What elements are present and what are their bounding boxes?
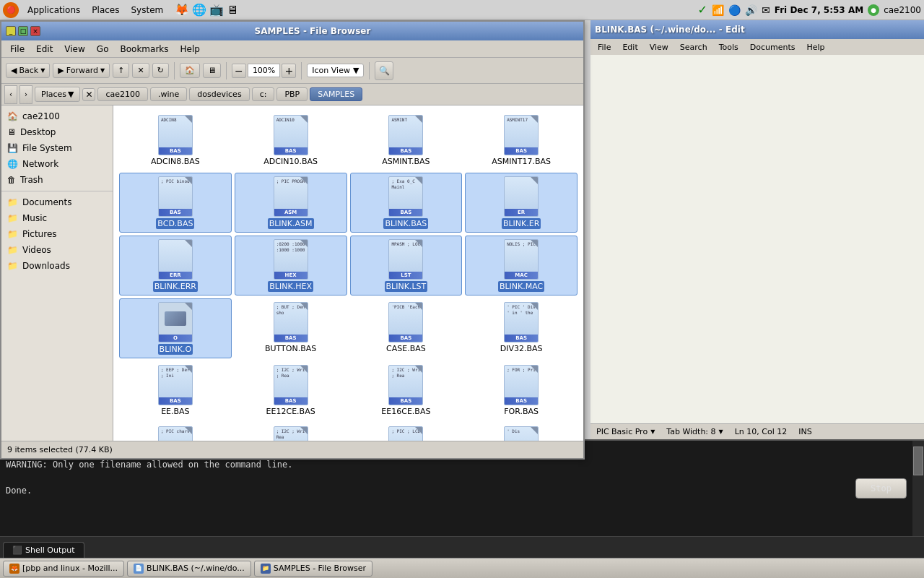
refresh-button[interactable]: ↻ bbox=[152, 63, 169, 78]
back-dropdown-icon: ▼ bbox=[40, 67, 45, 74]
sidebar-item-trash[interactable]: 🗑 Trash bbox=[1, 172, 113, 188]
shell-tab[interactable]: ⬛ Shell Output bbox=[3, 542, 84, 558]
file-item-12[interactable]: OBLINK.O bbox=[119, 298, 232, 358]
file-item-15[interactable]: ' PIC ' Div ' in ' theBASDIV32.BAS bbox=[465, 298, 578, 358]
file-item-23[interactable]: ' DisBASLOGIC.BAS bbox=[465, 423, 578, 441]
file-item-20[interactable]: ; PIC charvBASHSER.BAS bbox=[119, 423, 232, 441]
file-label-14: CASE.BAS bbox=[386, 344, 426, 353]
file-label-19: FOR.BAS bbox=[504, 407, 539, 416]
file-item-16[interactable]: ; EEP ; Der ; IniBASEE.BAS bbox=[119, 361, 232, 420]
file-item-10[interactable]: MPASM ; LOCLSTBLINK.LST bbox=[350, 236, 463, 296]
corner-fold bbox=[415, 177, 422, 184]
file-icon-6: ; Exa 0_C MainlBAS bbox=[388, 176, 423, 217]
editor-menu-documents[interactable]: Documents bbox=[746, 41, 800, 53]
stop-nav-button[interactable]: ✕ bbox=[132, 63, 149, 78]
file-item-22[interactable]: ; PIC ; LCDBASLCD.BAS bbox=[350, 423, 463, 441]
taskbar-item-firefox[interactable]: 🦊 [pbp and linux - Mozill... bbox=[3, 561, 124, 577]
sidebar-item-filesystem[interactable]: 💾 File System bbox=[1, 140, 113, 156]
stop-button[interactable]: Stop bbox=[855, 478, 907, 499]
sidebar-item-music[interactable]: 📁 Music bbox=[1, 210, 113, 226]
sidebar-item-documents[interactable]: 📁 Documents bbox=[1, 194, 113, 210]
file-item-7[interactable]: ERBLINK.ER bbox=[465, 173, 578, 233]
file-icon-21: ; I2C ; Wri ReaBAS bbox=[274, 426, 308, 441]
breadcrumb-samples[interactable]: SAMPLES bbox=[310, 87, 362, 101]
file-item-14[interactable]: 'PICB 'EachBASCASE.BAS bbox=[350, 298, 463, 358]
sidebar-item-cae2100[interactable]: 🏠 cae2100 bbox=[1, 108, 113, 124]
file-item-18[interactable]: ; I2C ; Wri ; ReaBASEE16CE.BAS bbox=[350, 361, 463, 420]
corner-fold bbox=[415, 427, 422, 434]
sidebar-item-network[interactable]: 🌐 Network bbox=[1, 156, 113, 172]
search-button[interactable]: 🔍 bbox=[375, 61, 393, 80]
file-item-2[interactable]: ASMINTBASASMINT.BAS bbox=[350, 111, 463, 170]
home-location-button[interactable]: 🏠 bbox=[180, 63, 200, 78]
file-item-5[interactable]: ; PIC PROGRASMBLINK.ASM bbox=[235, 173, 347, 233]
sidebar-item-videos[interactable]: 📁 Videos bbox=[1, 242, 113, 258]
view-mode-selector[interactable]: Icon View ▼ bbox=[307, 64, 364, 77]
menu-view[interactable]: View bbox=[58, 43, 90, 56]
nav-next-button[interactable]: › bbox=[19, 85, 32, 104]
file-item-8[interactable]: ERRBLINK.ERR bbox=[119, 236, 232, 296]
sidebar-item-pictures[interactable]: 📁 Pictures bbox=[1, 226, 113, 242]
corner-fold bbox=[531, 366, 538, 373]
file-type-badge-5: ASM bbox=[274, 209, 308, 216]
sidebar-item-downloads[interactable]: 📁 Downloads bbox=[1, 258, 113, 274]
editor-menu-edit[interactable]: Edit bbox=[618, 41, 642, 53]
places-dropdown-button[interactable]: Places ▼ bbox=[35, 87, 80, 102]
file-item-4[interactable]: ; PIC binouBASBCD.BAS bbox=[119, 173, 232, 233]
tab-width-selector[interactable]: Tab Width: 8 ▼ bbox=[666, 427, 723, 436]
location-close-button[interactable]: ✕ bbox=[82, 88, 95, 101]
computer-button[interactable]: 🖥 bbox=[203, 63, 221, 78]
file-item-17[interactable]: ; I2C ; Wri ; ReaBASEE12CE.BAS bbox=[235, 361, 347, 420]
editor-menu-view[interactable]: View bbox=[645, 41, 673, 53]
editor-menu-tools[interactable]: Tools bbox=[715, 41, 743, 53]
shell-scrollbar[interactable] bbox=[912, 441, 924, 536]
taskbar-item-filebrowser[interactable]: 📁 SAMPLES - File Browser bbox=[254, 561, 372, 577]
forward-label: Forward bbox=[66, 66, 98, 75]
sidebar-item-desktop[interactable]: 🖥 Desktop bbox=[1, 124, 113, 140]
zoom-in-button[interactable]: + bbox=[282, 64, 296, 78]
nav-prev-button[interactable]: ‹ bbox=[4, 85, 17, 104]
taskbar-item-editor[interactable]: 📄 BLINK.BAS (~/.wine/do... bbox=[127, 561, 251, 577]
file-item-11[interactable]: NOLIS ; PICMACBLINK.MAC bbox=[465, 236, 578, 296]
menu-bookmarks[interactable]: Bookmarks bbox=[114, 43, 174, 56]
back-button[interactable]: ◀ Back ▼ bbox=[6, 63, 50, 78]
file-icon-0: ADCIN8BAS bbox=[158, 115, 193, 155]
menu-help[interactable]: Help bbox=[175, 43, 206, 56]
file-item-1[interactable]: ADCIN10BASADCIN10.BAS bbox=[235, 111, 347, 170]
menu-go[interactable]: Go bbox=[91, 43, 115, 56]
forward-button[interactable]: ▶ Forward ▼ bbox=[53, 63, 110, 78]
menu-edit[interactable]: Edit bbox=[30, 43, 58, 56]
file-item-3[interactable]: ASMINT17BASASMINT17.BAS bbox=[465, 111, 578, 170]
places-menu[interactable]: Places bbox=[86, 4, 125, 17]
up-button[interactable]: ↑ bbox=[113, 63, 129, 78]
file-type-badge-14: BAS bbox=[389, 335, 422, 342]
breadcrumb-dosdevices[interactable]: dosdevices bbox=[189, 87, 249, 101]
file-item-19[interactable]: ; FOR ; PriBASFOR.BAS bbox=[465, 361, 578, 420]
file-icon-7: ER bbox=[504, 176, 539, 217]
breadcrumb-wine[interactable]: .wine bbox=[150, 87, 187, 101]
breadcrumb-pbp[interactable]: PBP bbox=[276, 87, 308, 101]
editor-menu-help[interactable]: Help bbox=[802, 41, 829, 53]
file-icon-16: ; EEP ; Der ; IniBAS bbox=[158, 365, 193, 405]
file-item-21[interactable]: ; I2C ; Wri ReaBASI2C.BAS bbox=[235, 423, 347, 441]
maximize-button[interactable]: □ bbox=[18, 26, 28, 36]
language-selector[interactable]: PIC Basic Pro ▼ bbox=[596, 427, 655, 436]
file-item-13[interactable]: ; BUT ; Den shoBASBUTTON.BAS bbox=[235, 298, 347, 358]
breadcrumb-c[interactable]: c: bbox=[252, 87, 275, 101]
zoom-out-button[interactable]: − bbox=[232, 64, 246, 78]
file-grid[interactable]: ADCIN8BASADCIN8.BASADCIN10BASADCIN10.BAS… bbox=[113, 105, 583, 441]
menu-file[interactable]: File bbox=[4, 43, 30, 56]
minimize-button[interactable]: _ bbox=[6, 26, 16, 36]
file-item-0[interactable]: ADCIN8BASADCIN8.BAS bbox=[119, 111, 232, 170]
editor-menu-search[interactable]: Search bbox=[676, 41, 712, 53]
breadcrumb-cae2100[interactable]: cae2100 bbox=[97, 87, 148, 101]
sidebar-separator bbox=[1, 191, 113, 191]
file-item-6[interactable]: ; Exa 0_C MainlBASBLINK.BAS bbox=[350, 173, 463, 233]
editor-menu-file[interactable]: File bbox=[593, 41, 615, 53]
corner-fold bbox=[300, 240, 308, 247]
applications-menu[interactable]: Applications bbox=[22, 4, 86, 17]
file-item-9[interactable]: :0200 :1000 :1000 :1000HEXBLINK.HEX bbox=[235, 236, 347, 296]
system-menu[interactable]: System bbox=[125, 4, 169, 17]
close-button[interactable]: × bbox=[30, 26, 40, 36]
window-toolbar: ◀ Back ▼ ▶ Forward ▼ ↑ ✕ ↻ 🏠 🖥 − 100% + bbox=[1, 58, 583, 84]
